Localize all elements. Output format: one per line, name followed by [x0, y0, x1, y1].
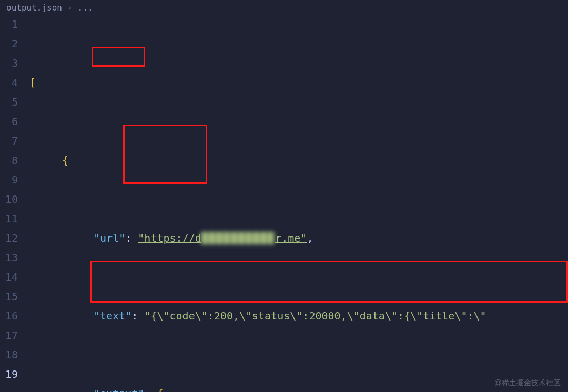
- line-number: 12: [0, 229, 18, 248]
- line-number: 10: [0, 190, 18, 209]
- line-number: 5: [0, 92, 18, 112]
- line-number: 7: [0, 131, 18, 151]
- line-number: 3: [0, 54, 18, 73]
- line-number: 8: [0, 151, 18, 170]
- line-number: 19: [0, 365, 18, 384]
- breadcrumb[interactable]: output.json › ...: [0, 0, 568, 15]
- annotation-box: [92, 47, 145, 67]
- line-number-gutter: 1 2 3 4 5 6 7 8 9 10 11 12 13 14 15 16 1…: [0, 15, 25, 392]
- chevron-right-icon: ›: [67, 3, 73, 13]
- code-area[interactable]: [ { "url": "https://d██████████r.me", "t…: [25, 15, 568, 392]
- line-number: 15: [0, 287, 18, 306]
- json-string: r.me": [275, 232, 307, 244]
- code-line[interactable]: {: [25, 151, 568, 170]
- editor[interactable]: 1 2 3 4 5 6 7 8 9 10 11 12 13 14 15 16 1…: [0, 15, 568, 392]
- line-number: 14: [0, 267, 18, 287]
- json-key: "text": [94, 310, 131, 322]
- redacted-text: ██████████: [201, 229, 275, 248]
- breadcrumb-file[interactable]: output.json: [6, 3, 62, 13]
- line-number: 6: [0, 112, 18, 131]
- line-number: 17: [0, 326, 18, 345]
- line-number: 16: [0, 306, 18, 326]
- line-number: 4: [0, 73, 18, 92]
- code-line[interactable]: "text": "{\"code\":200,\"status\":20000,…: [25, 306, 568, 326]
- watermark-text: @稀土掘金技术社区: [494, 378, 561, 388]
- line-number: 1: [0, 15, 18, 34]
- code-line[interactable]: "url": "https://d██████████r.me",: [25, 229, 568, 248]
- json-key: "url": [94, 232, 125, 244]
- line-number: 11: [0, 209, 18, 229]
- line-number: 18: [0, 345, 18, 365]
- line-number: 13: [0, 248, 18, 267]
- breadcrumb-ellipsis[interactable]: ...: [78, 3, 93, 13]
- json-string: "{\"code\":200,\"status\":20000,\"data\"…: [144, 310, 486, 322]
- line-number: 9: [0, 170, 18, 190]
- code-line[interactable]: "output": {: [25, 384, 568, 392]
- line-number: 2: [0, 34, 18, 54]
- code-line[interactable]: [: [25, 73, 568, 92]
- json-string: "https://d: [138, 232, 201, 244]
- json-key: "output": [94, 387, 144, 392]
- annotation-box: [90, 261, 568, 303]
